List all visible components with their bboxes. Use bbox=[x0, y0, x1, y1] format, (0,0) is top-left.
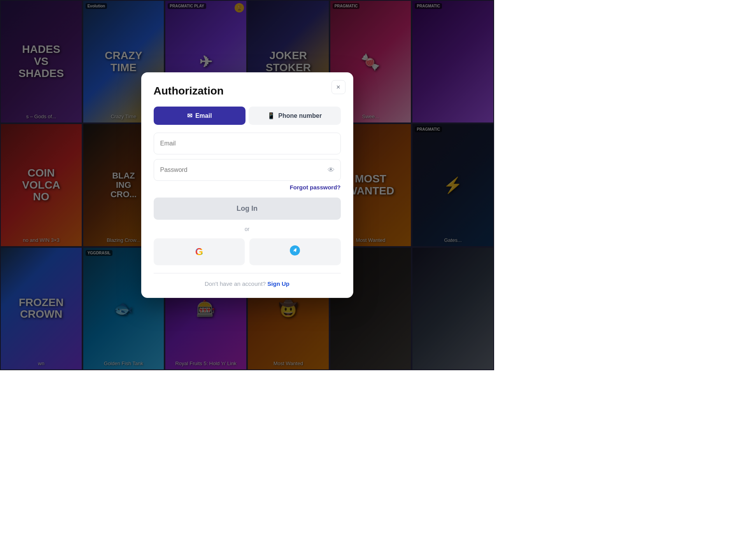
social-buttons-row: G bbox=[154, 238, 341, 265]
divider bbox=[154, 273, 341, 273]
password-input[interactable] bbox=[154, 159, 341, 181]
forgot-password-link[interactable]: Forgot password? bbox=[154, 184, 341, 191]
email-icon: ✉ bbox=[187, 112, 192, 119]
tab-row: ✉ Email 📱 Phone number bbox=[154, 107, 341, 125]
signup-row: Don't have an account? Sign Up bbox=[154, 280, 341, 287]
toggle-password-icon[interactable]: 👁 bbox=[328, 166, 335, 174]
telegram-icon bbox=[290, 245, 300, 258]
modal-title: Authorization bbox=[154, 85, 341, 97]
tab-phone[interactable]: 📱 Phone number bbox=[249, 107, 341, 125]
tab-email-label: Email bbox=[195, 112, 212, 119]
email-input[interactable] bbox=[154, 133, 341, 154]
phone-icon: 📱 bbox=[267, 112, 275, 119]
or-divider: or bbox=[154, 226, 341, 232]
signup-link[interactable]: Sign Up bbox=[267, 280, 289, 287]
google-login-button[interactable]: G bbox=[154, 238, 245, 265]
password-wrapper: 👁 bbox=[154, 159, 341, 181]
tab-email[interactable]: ✉ Email bbox=[154, 107, 246, 125]
tab-phone-label: Phone number bbox=[278, 112, 322, 119]
google-icon: G bbox=[195, 246, 203, 258]
modal-overlay: Authorization × ✉ Email 📱 Phone number 👁… bbox=[0, 0, 494, 370]
signup-prompt-text: Don't have an account? bbox=[205, 280, 266, 287]
login-button[interactable]: Log In bbox=[154, 198, 341, 220]
telegram-login-button[interactable] bbox=[249, 238, 341, 265]
close-button[interactable]: × bbox=[331, 80, 345, 94]
authorization-modal: Authorization × ✉ Email 📱 Phone number 👁… bbox=[141, 72, 353, 298]
